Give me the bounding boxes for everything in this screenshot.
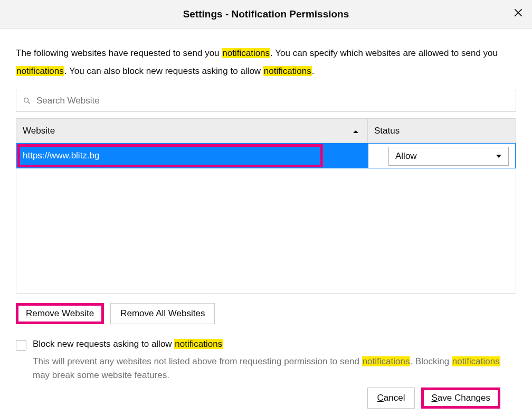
help-part: . Blocking (410, 356, 451, 366)
search-input[interactable] (36, 96, 509, 106)
intro-part: The following websites have requested to… (16, 48, 222, 58)
highlight-notifications: notifications (362, 356, 411, 366)
remove-website-button[interactable]: Remove Website (16, 303, 104, 324)
intro-text: The following websites have requested to… (16, 44, 516, 80)
cancel-button[interactable]: Cancel (367, 387, 415, 409)
table-body: https://www.blitz.bg Allow (16, 143, 516, 293)
block-new-row: Block new requests asking to allow notif… (16, 339, 516, 351)
sort-asc-icon (353, 127, 359, 138)
svg-point-0 (24, 98, 28, 102)
highlight-notifications: notifications (174, 339, 223, 349)
block-new-label: Block new requests asking to allow notif… (33, 339, 223, 349)
highlight-notifications: notifications (263, 66, 312, 76)
col-status-label: Status (374, 126, 400, 136)
dialog-content: The following websites have requested to… (0, 29, 532, 416)
col-status[interactable]: Status (368, 119, 516, 143)
website-url: https://www.blitz.bg (16, 150, 100, 161)
remove-all-label: Remove All Websites (120, 308, 205, 319)
status-select[interactable]: Allow (388, 147, 509, 166)
block-label-part: Block new requests asking to allow (33, 339, 174, 349)
help-part: This will prevent any websites not liste… (33, 356, 362, 366)
table-header: Website Status (16, 119, 516, 143)
table-actions: Remove Website Remove All Websites (16, 303, 516, 324)
status-focus-ring: Allow (368, 143, 516, 168)
dialog: Settings - Notification Permissions The … (0, 0, 532, 416)
block-new-checkbox[interactable] (16, 340, 26, 351)
close-icon (513, 7, 524, 18)
search-icon (23, 97, 31, 105)
intro-part: . You can specify which websites are all… (270, 48, 498, 58)
save-button[interactable]: Save Changes (421, 387, 500, 409)
intro-part: . (312, 66, 315, 76)
remove-all-button[interactable]: Remove All Websites (110, 303, 215, 324)
websites-table: Website Status https://www.blitz.bg (16, 118, 516, 294)
dialog-title: Settings - Notification Permissions (183, 8, 349, 20)
highlight-notifications: notifications (222, 48, 270, 58)
cell-website[interactable]: https://www.blitz.bg (16, 143, 368, 168)
close-button[interactable] (513, 7, 524, 18)
col-website-label: Website (23, 126, 55, 136)
highlight-notifications: notifications (16, 66, 64, 76)
remove-website-label: Remove Website (26, 308, 94, 319)
search-field[interactable] (16, 90, 516, 112)
col-website[interactable]: Website (16, 119, 368, 143)
table-row[interactable]: https://www.blitz.bg Allow (16, 143, 516, 168)
cell-status: Allow (368, 143, 516, 168)
cancel-label: Cancel (377, 393, 405, 403)
intro-part: . You can also block new requests asking… (64, 66, 263, 76)
status-value: Allow (395, 151, 417, 162)
highlight-notifications: notifications (452, 356, 500, 366)
dialog-footer: Cancel Save Changes (16, 387, 516, 416)
help-part: may break some website features. (33, 370, 169, 380)
dialog-header: Settings - Notification Permissions (0, 0, 532, 29)
chevron-down-icon (496, 153, 502, 159)
block-new-help: This will prevent any websites not liste… (33, 355, 516, 382)
save-label: Save Changes (431, 393, 490, 403)
